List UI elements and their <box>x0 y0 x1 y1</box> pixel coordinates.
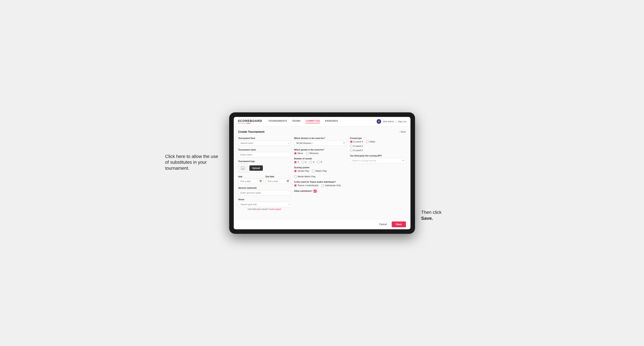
stroke-play-radio[interactable] <box>294 170 297 173</box>
round-4-radio[interactable] <box>317 161 320 164</box>
round-2-radio[interactable] <box>302 161 304 164</box>
tournament-name-input[interactable] <box>238 152 291 157</box>
form-footer: Cancel Save <box>234 219 410 229</box>
teams-individuals-radio[interactable] <box>294 184 297 187</box>
format-6count5-radio[interactable] <box>350 149 353 152</box>
dates-row: date 📅 End date 📅 <box>238 175 291 184</box>
tournament-name-section: Tournament name <box>238 149 291 157</box>
format-other-radio[interactable] <box>366 140 369 143</box>
page-header: Create Tournament Back <box>238 130 406 133</box>
format-row-1: 5 count 4 Other <box>350 140 406 143</box>
form-grid: Tournament Host ▾ Tournament name <box>238 137 406 213</box>
logo-clippd: clippd <box>246 123 250 124</box>
allow-substitutes-row: Allow substitutes? <box>294 190 347 192</box>
teams-individuals-option[interactable]: Teams (+Individuals) <box>294 184 318 187</box>
medal-match-play-radio[interactable] <box>294 175 297 178</box>
scoring-api-select[interactable]: Select a scoring service <box>350 158 406 163</box>
logo-placeholder <box>238 164 247 173</box>
allow-substitutes-checkbox[interactable] <box>314 190 316 192</box>
match-play-radio[interactable] <box>312 170 315 173</box>
form-col-right: Format type 5 count 4 Other <box>350 137 406 213</box>
nav-items: TOURNAMENTS TEAMS COMMITTEE RANKINGS <box>268 120 377 123</box>
gender-radio-group: Mens Womens <box>294 152 347 155</box>
round-3-radio[interactable] <box>309 161 312 164</box>
upload-button[interactable]: Upload <box>250 165 263 171</box>
logo-powered: Powered by clippd <box>238 123 262 124</box>
sponsor-label: Sponsor (optional) <box>238 187 291 189</box>
round-3-option[interactable]: 3 <box>309 161 314 164</box>
event-for-label: Is this event for Teams and/or Individua… <box>294 181 347 183</box>
form-col-middle: Which division is the event for? NCAA Di… <box>294 137 350 213</box>
sign-out-link[interactable]: Sign out <box>398 120 406 123</box>
nav-item-rankings[interactable]: RANKINGS <box>325 120 338 123</box>
sponsor-input[interactable] <box>238 190 291 195</box>
gender-womens-radio[interactable] <box>306 152 309 155</box>
tournament-logo-label: Tournament logo <box>238 160 291 163</box>
format-5count4-option[interactable]: 5 count 4 <box>350 140 363 143</box>
form-col-left: Tournament Host ▾ Tournament name <box>238 137 294 213</box>
individuals-only-option[interactable]: Individuals Only <box>321 184 341 187</box>
tournament-host-label: Tournament Host <box>238 137 291 139</box>
format-other-option[interactable]: Other <box>366 140 375 143</box>
gender-label: Which gender is the event for? <box>294 149 347 151</box>
tablet-screen: SCOREBOARD Powered by clippd TOURNAMENTS… <box>234 117 410 229</box>
format-type-label: Format type <box>350 137 406 139</box>
round-1-option[interactable]: 1 <box>294 161 299 164</box>
venue-input[interactable] <box>238 202 291 207</box>
rounds-radio-group: 1 2 3 <box>294 161 347 164</box>
logo-scoreboard: SCOREBOARD <box>238 119 262 123</box>
stroke-play-option[interactable]: Stroke Play <box>294 170 309 173</box>
division-section: Which division is the event for? NCAA Di… <box>294 137 347 146</box>
division-label: Which division is the event for? <box>294 137 347 139</box>
user-name: blair admin <box>383 120 394 123</box>
division-select[interactable]: NCAA Division I <box>294 140 347 146</box>
format-5count4-radio[interactable] <box>350 140 353 143</box>
nav-item-teams[interactable]: TEAMS <box>292 120 301 123</box>
tournament-name-label: Tournament name <box>238 149 291 151</box>
medal-match-play-option[interactable]: Medal Match Play <box>294 175 316 178</box>
scoring-label: Scoring system <box>294 167 347 169</box>
scoring-api-label: Use third-party live scoring API? <box>350 155 406 157</box>
navbar: SCOREBOARD Powered by clippd TOURNAMENTS… <box>234 117 410 126</box>
round-2-option[interactable]: 2 <box>302 161 306 164</box>
scoring-section: Scoring system Stroke Play Match Play <box>294 167 347 178</box>
nav-item-committee[interactable]: COMMITTEE <box>306 120 320 123</box>
scoring-radio-group: Stroke Play Match Play Medal Match Play <box>294 170 347 178</box>
venue-dropdown-icon: ▾ <box>288 203 289 205</box>
format-6count4-radio[interactable] <box>350 145 353 148</box>
event-for-radio-group: Teams (+Individuals) Individuals Only <box>294 184 347 187</box>
nav-right: B blair admin | Sign out <box>376 119 406 124</box>
format-6count4-option[interactable]: 6 count 4 <box>350 145 406 148</box>
save-button[interactable]: Save <box>392 221 406 227</box>
individuals-only-radio[interactable] <box>321 184 324 187</box>
tournament-host-input[interactable] <box>238 140 291 146</box>
nav-item-tournaments[interactable]: TOURNAMENTS <box>268 120 287 123</box>
back-link[interactable]: Back <box>399 131 406 133</box>
venue-help: Can't find your venue? email support <box>238 208 291 210</box>
end-date-icon: 📅 <box>286 180 289 183</box>
gender-mens-radio[interactable] <box>294 152 297 155</box>
event-for-section: Is this event for Teams and/or Individua… <box>294 181 347 187</box>
gender-womens-option[interactable]: Womens <box>306 152 318 155</box>
right-annotation: Then click Save. <box>421 209 462 221</box>
rounds-label: Number of rounds <box>294 158 347 160</box>
round-1-radio[interactable] <box>294 161 297 164</box>
tournament-host-section: Tournament Host ▾ <box>238 137 291 146</box>
logo-area: SCOREBOARD Powered by clippd <box>238 119 262 124</box>
email-support-link[interactable]: email support <box>269 208 281 210</box>
left-annotation: Click here to allow the use of substitut… <box>165 154 221 171</box>
logo-upload-area: Upload <box>238 164 291 173</box>
content: Create Tournament Back Tournament Host ▾ <box>234 126 410 219</box>
start-date-icon: 📅 <box>259 180 262 183</box>
cancel-button[interactable]: Cancel <box>376 221 390 227</box>
image-icon <box>241 166 245 170</box>
round-4-option[interactable]: 4 <box>317 161 322 164</box>
venue-label: Venue <box>238 198 291 201</box>
page-title: Create Tournament <box>238 130 264 133</box>
sponsor-section: Sponsor (optional) <box>238 187 291 195</box>
format-6count5-option[interactable]: 6 count 5 <box>350 149 406 152</box>
match-play-option[interactable]: Match Play <box>312 170 327 173</box>
user-avatar: B <box>376 119 381 124</box>
gender-mens-option[interactable]: Mens <box>294 152 303 155</box>
format-type-section: Format type 5 count 4 Other <box>350 137 406 152</box>
